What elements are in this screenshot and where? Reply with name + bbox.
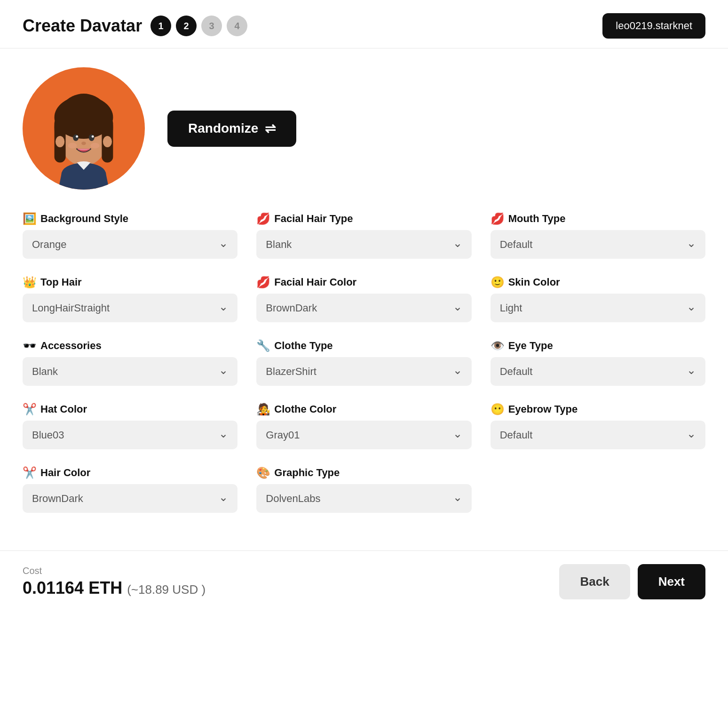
attribute-label-graphic-type: 🎨 Graphic Type: [256, 466, 471, 479]
svg-point-10: [55, 136, 64, 147]
attribute-group-mouth-type: 💋 Mouth TypeDefaultSmileSeriousTwinkle: [491, 212, 705, 259]
attribute-icon-skin-color: 🙂: [491, 276, 505, 289]
attribute-label-eyebrow-type: 😶 Eyebrow Type: [491, 403, 705, 416]
attribute-icon-clothe-color: 🧑‍🎤: [256, 403, 270, 416]
attribute-label-eye-type: 👁️ Eye Type: [491, 339, 705, 352]
select-eye-type[interactable]: DefaultCloseCryDizzyEyeRollHappyHeartsSi…: [491, 357, 705, 386]
attribute-icon-eye-type: 👁️: [491, 339, 505, 352]
cost-section: Cost 0.01164 ETH (~18.89 USD ): [23, 566, 206, 598]
svg-point-11: [103, 136, 112, 147]
randomize-button[interactable]: Randomize ⇌: [167, 111, 296, 147]
attribute-icon-eyebrow-type: 😶: [491, 403, 505, 416]
attribute-group-hat-color: ✂️ Hat ColorBlue03BlackBlue01Blue02Gray0…: [23, 403, 237, 449]
back-button[interactable]: Back: [559, 564, 630, 599]
attribute-label-skin-color: 🙂 Skin Color: [491, 276, 705, 289]
select-skin-color[interactable]: LightTannedYellowPaleGoldBrownDarkBrownB…: [491, 294, 705, 322]
attribute-label-background-style: 🖼️ Background Style: [23, 212, 237, 225]
select-facial-hair-color[interactable]: BrownDarkAuburnBlackBlondeBlondeGoldenBr…: [256, 294, 471, 322]
select-wrapper-top-hair: LongHairStraightShortHairShortFlatLongHa…: [23, 294, 237, 322]
shuffle-icon: ⇌: [265, 121, 276, 136]
wallet-button[interactable]: leo0219.starknet: [602, 13, 705, 39]
attribute-label-hat-color: ✂️ Hat Color: [23, 403, 237, 416]
select-wrapper-clothe-type: BlazerShirtBlazerSweaterCollarSweaterGra…: [256, 357, 471, 386]
attribute-label-accessories: 🕶️ Accessories: [23, 339, 237, 352]
svg-point-9: [81, 142, 86, 145]
select-clothe-type[interactable]: BlazerShirtBlazerSweaterCollarSweaterGra…: [256, 357, 471, 386]
attribute-group-accessories: 🕶️ AccessoriesBlankKurtPrescription01Pre…: [23, 339, 237, 386]
select-wrapper-accessories: BlankKurtPrescription01Prescription02Rou…: [23, 357, 237, 386]
select-hat-color[interactable]: Blue03BlackBlue01Blue02Gray01Gray02Heath…: [23, 421, 237, 449]
attribute-group-background-style: 🖼️ Background StyleOrangeBlueGrayPastelP…: [23, 212, 237, 259]
attribute-label-facial-hair-type: 💋 Facial Hair Type: [256, 212, 471, 225]
select-wrapper-facial-hair-type: BlankBeardMediumBeardLightMoustacheFancy: [256, 230, 471, 259]
attribute-group-skin-color: 🙂 Skin ColorLightTannedYellowPaleGoldBro…: [491, 276, 705, 322]
select-wrapper-mouth-type: DefaultSmileSeriousTwinkle: [491, 230, 705, 259]
select-mouth-type[interactable]: DefaultSmileSeriousTwinkle: [491, 230, 705, 259]
attribute-icon-hair-color: ✂️: [23, 466, 37, 479]
cost-label: Cost: [23, 566, 206, 576]
avatar-section: Randomize ⇌: [23, 67, 705, 190]
attribute-icon-facial-hair-color: 💋: [256, 276, 270, 289]
cost-eth: 0.01164 ETH: [23, 578, 122, 598]
attribute-label-clothe-type: 🔧 Clothe Type: [256, 339, 471, 352]
attribute-label-facial-hair-color: 💋 Facial Hair Color: [256, 276, 471, 289]
attribute-group-clothe-color: 🧑‍🎤 Clothe ColorGray01BlackBlue01Blue02B…: [256, 403, 471, 449]
step-2: 2: [176, 16, 197, 36]
svg-point-5: [73, 134, 79, 141]
select-wrapper-background-style: OrangeBlueGrayPastelPink: [23, 230, 237, 259]
steps: 1 2 3 4: [150, 16, 247, 36]
attribute-group-facial-hair-color: 💋 Facial Hair ColorBrownDarkAuburnBlackB…: [256, 276, 471, 322]
select-wrapper-graphic-type: DolvenLabsBatCumbiaDeerDiamondHolaPizzaR…: [256, 484, 471, 513]
attribute-label-top-hair: 👑 Top Hair: [23, 276, 237, 289]
step-1: 1: [150, 16, 171, 36]
attribute-icon-graphic-type: 🎨: [256, 466, 270, 479]
select-clothe-color[interactable]: Gray01BlackBlue01Blue02Blue03Gray02Heath…: [256, 421, 471, 449]
attribute-group-top-hair: 👑 Top HairLongHairStraightShortHairShort…: [23, 276, 237, 322]
attribute-group-facial-hair-type: 💋 Facial Hair TypeBlankBeardMediumBeardL…: [256, 212, 471, 259]
attribute-icon-hat-color: ✂️: [23, 403, 37, 416]
header: Create Davatar 1 2 3 4 leo0219.starknet: [0, 0, 728, 48]
select-top-hair[interactable]: LongHairStraightShortHairShortFlatLongHa…: [23, 294, 237, 322]
attribute-label-clothe-color: 🧑‍🎤 Clothe Color: [256, 403, 471, 416]
attribute-group-eye-type: 👁️ Eye TypeDefaultCloseCryDizzyEyeRollHa…: [491, 339, 705, 386]
select-facial-hair-type[interactable]: BlankBeardMediumBeardLightMoustacheFancy: [256, 230, 471, 259]
select-wrapper-hat-color: Blue03BlackBlue01Blue02Gray01Gray02Heath…: [23, 421, 237, 449]
select-wrapper-skin-color: LightTannedYellowPaleGoldBrownDarkBrownB…: [491, 294, 705, 322]
attribute-group-eyebrow-type: 😶 Eyebrow TypeDefaultAngryAngryNaturalDe…: [491, 403, 705, 449]
svg-point-13: [90, 143, 99, 148]
attribute-group-graphic-type: 🎨 Graphic TypeDolvenLabsBatCumbiaDeerDia…: [256, 466, 471, 513]
page-title: Create Davatar: [23, 16, 142, 36]
attribute-label-mouth-type: 💋 Mouth Type: [491, 212, 705, 225]
select-wrapper-hair-color: BrownDarkAuburnBlackBlondeBlondeGoldenBr…: [23, 484, 237, 513]
select-wrapper-clothe-color: Gray01BlackBlue01Blue02Blue03Gray02Heath…: [256, 421, 471, 449]
randomize-label: Randomize: [188, 121, 258, 136]
svg-point-6: [89, 134, 95, 141]
attribute-icon-accessories: 🕶️: [23, 339, 37, 352]
svg-point-7: [76, 135, 78, 138]
attributes-grid: 🖼️ Background StyleOrangeBlueGrayPastelP…: [23, 212, 705, 513]
attribute-icon-clothe-type: 🔧: [256, 339, 270, 352]
attribute-icon-background-style: 🖼️: [23, 212, 37, 225]
header-left: Create Davatar 1 2 3 4: [23, 16, 247, 36]
footer-buttons: Back Next: [559, 564, 705, 599]
footer: Cost 0.01164 ETH (~18.89 USD ) Back Next: [0, 550, 728, 613]
attribute-group-hair-color: ✂️ Hair ColorBrownDarkAuburnBlackBlondeB…: [23, 466, 237, 513]
cost-value: 0.01164 ETH (~18.89 USD ): [23, 578, 206, 598]
attribute-group-clothe-type: 🔧 Clothe TypeBlazerShirtBlazerSweaterCol…: [256, 339, 471, 386]
select-hair-color[interactable]: BrownDarkAuburnBlackBlondeBlondeGoldenBr…: [23, 484, 237, 513]
select-graphic-type[interactable]: DolvenLabsBatCumbiaDeerDiamondHolaPizzaR…: [256, 484, 471, 513]
step-3: 3: [201, 16, 222, 36]
select-wrapper-facial-hair-color: BrownDarkAuburnBlackBlondeBlondeGoldenBr…: [256, 294, 471, 322]
select-accessories[interactable]: BlankKurtPrescription01Prescription02Rou…: [23, 357, 237, 386]
attribute-label-hair-color: ✂️ Hair Color: [23, 466, 237, 479]
select-wrapper-eye-type: DefaultCloseCryDizzyEyeRollHappyHeartsSi…: [491, 357, 705, 386]
step-4: 4: [227, 16, 247, 36]
cost-usd: (~18.89 USD ): [127, 582, 206, 597]
next-button[interactable]: Next: [638, 564, 705, 599]
select-eyebrow-type[interactable]: DefaultAngryAngryNaturalDefaultNaturalFl…: [491, 421, 705, 449]
avatar-preview: [23, 67, 145, 190]
select-background-style[interactable]: OrangeBlueGrayPastelPink: [23, 230, 237, 259]
svg-point-12: [68, 143, 77, 148]
main-content: Randomize ⇌ 🖼️ Background StyleOrangeBlu…: [0, 48, 728, 532]
svg-point-8: [92, 135, 94, 138]
